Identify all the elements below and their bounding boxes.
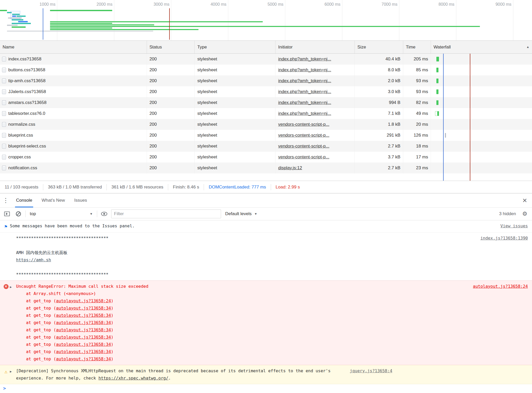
table-row[interactable]: tablesorter.css?6.0200stylesheetindex.ph… <box>0 108 532 119</box>
table-row[interactable]: buttons.css?13658200stylesheetindex.php?… <box>0 65 532 75</box>
stack-source-link[interactable]: autolayout.js?13658:34 <box>56 327 111 332</box>
initiator-link[interactable]: index.php?amh_token=nj... <box>278 67 331 72</box>
console-log-line <box>16 264 476 271</box>
type-cell: stylesheet <box>195 75 275 86</box>
table-row[interactable]: normalize.css200stylesheetvendors-conten… <box>0 119 532 130</box>
table-row[interactable]: amstars.css?13658200stylesheetindex.php?… <box>0 97 532 108</box>
stack-source-link[interactable]: autolayout.js?13658:34 <box>56 306 111 311</box>
column-header-name[interactable]: Name <box>0 41 147 53</box>
time-cell: 23 ms <box>403 163 431 173</box>
live-expression-button[interactable] <box>100 209 109 218</box>
gear-icon[interactable]: ⚙ <box>522 210 527 217</box>
table-row[interactable]: blueprint.css200stylesheetvendors-conten… <box>0 130 532 141</box>
time-cell: 93 ms <box>403 75 431 86</box>
waterfall-cell <box>431 130 532 141</box>
column-header-waterfall[interactable]: Waterfall▲ <box>431 41 532 53</box>
table-row[interactable]: cropper.css200stylesheetvendors-content-… <box>0 152 532 163</box>
hidden-messages-count[interactable]: 3 hidden <box>499 211 516 216</box>
eye-icon <box>101 212 107 216</box>
status-cell: 200 <box>147 65 195 75</box>
time-tick-label: 2000 ms <box>57 0 114 9</box>
initiator-link[interactable]: index.php?amh_token=nj... <box>278 78 331 83</box>
request-name: JJalerts.css?13658 <box>8 86 46 97</box>
table-row[interactable]: tip-amh.css?13658200stylesheetindex.php?… <box>0 75 532 86</box>
spec-link[interactable]: https://xhr.spec.whatwg.org/ <box>98 376 168 381</box>
table-row[interactable]: notification.css200stylesheetdisplay.js:… <box>0 163 532 173</box>
initiator-link[interactable]: index.php?amh_token=nj... <box>278 111 331 116</box>
waterfall-bar <box>436 79 438 83</box>
error-stack: at Array.shift (<anonymous>)at get_top (… <box>16 290 468 363</box>
waterfall-bar <box>436 68 438 72</box>
expand-triangle-icon[interactable]: ▶ <box>10 283 16 291</box>
kebab-menu-icon[interactable]: ⋮ <box>0 193 11 207</box>
table-row[interactable]: blueprint-select.css200stylesheetvendors… <box>0 141 532 152</box>
column-header-size[interactable]: Size <box>355 41 403 53</box>
stack-frame: at get_top (autolayout.js?13658:34) <box>16 312 468 319</box>
initiator-link[interactable]: vendors-content-script-p... <box>278 133 329 138</box>
stack-source-link[interactable]: autolayout.js?13658:24 <box>56 298 111 303</box>
network-overview[interactable]: 1000 ms2000 ms3000 ms4000 ms5000 ms6000 … <box>0 0 532 41</box>
load-event-line <box>470 54 470 181</box>
column-header-type[interactable]: Type <box>195 41 275 53</box>
stack-source-link[interactable]: autolayout.js?13658:34 <box>56 356 111 361</box>
column-header-time[interactable]: Time <box>403 41 431 53</box>
stack-source-link[interactable]: autolayout.js?13658:34 <box>56 313 111 318</box>
expand-triangle-icon[interactable]: ▶ <box>10 367 16 375</box>
waterfall-cell <box>431 119 532 130</box>
status-cell: 200 <box>147 163 195 173</box>
initiator-link[interactable]: index.php?amh_token=nj... <box>278 57 331 61</box>
status-cell: 200 <box>147 141 195 152</box>
tab-what-s-new[interactable]: What's New <box>40 193 66 207</box>
tab-issues[interactable]: Issues <box>73 193 88 207</box>
clear-console-button[interactable] <box>14 209 23 218</box>
stack-frame: at get_top (autolayout.js?13658:34) <box>16 355 468 363</box>
waterfall-bar <box>436 100 438 105</box>
column-header-initiator[interactable]: Initiator <box>275 41 355 53</box>
initiator-link[interactable]: display.js:12 <box>278 165 302 170</box>
warning-source-link[interactable]: jquery.js?13658:4 <box>350 368 392 373</box>
stack-source-link[interactable]: autolayout.js?13658:34 <box>56 320 111 325</box>
initiator-link[interactable]: vendors-content-script-p... <box>278 155 329 159</box>
time-cell: 93 ms <box>403 86 431 97</box>
request-name: notification.css <box>8 163 37 173</box>
initiator-link[interactable]: index.php?amh_token=nj... <box>278 89 331 94</box>
initiator-link[interactable]: vendors-content-script-p... <box>278 144 329 149</box>
error-title: Uncaught RangeError: Maximum call stack … <box>16 283 468 290</box>
time-tick-label: 9000 ms <box>456 0 513 9</box>
stack-source-link[interactable]: autolayout.js?13658:34 <box>56 342 111 347</box>
initiator-link[interactable]: vendors-content-script-p... <box>278 122 329 127</box>
initiator-link[interactable]: index.php?amh_token=nj... <box>278 100 331 105</box>
stack-source-link[interactable]: autolayout.js?13658:34 <box>56 349 111 354</box>
overview-request-bar <box>7 25 18 26</box>
error-source-link[interactable]: autolayout.js?13658:24 <box>473 284 528 289</box>
stack-source-link[interactable]: autolayout.js?13658:34 <box>56 335 111 340</box>
log-source-link[interactable]: index.js?13658:1390 <box>480 236 528 241</box>
console-filter-input[interactable] <box>111 209 221 218</box>
sidebar-split-icon <box>4 212 10 216</box>
javascript-context-selector[interactable]: top ▼ <box>28 211 94 216</box>
time-tick-label: 8000 ms <box>399 0 456 9</box>
table-row[interactable]: index.css?13658200stylesheetindex.php?am… <box>0 54 532 65</box>
clear-console-icon <box>16 211 21 216</box>
console-sidebar-toggle-button[interactable] <box>3 209 11 218</box>
table-row[interactable]: JJalerts.css?13658200stylesheetindex.php… <box>0 86 532 97</box>
close-icon[interactable]: × <box>517 193 532 207</box>
console-prompt[interactable]: > <box>0 384 532 391</box>
view-issues-link[interactable]: View issues <box>500 223 528 228</box>
request-name: blueprint.css <box>8 130 33 141</box>
tab-console[interactable]: Console <box>15 193 33 207</box>
waterfall-cell <box>431 108 532 119</box>
overview-selection[interactable] <box>11 11 20 19</box>
type-cell: stylesheet <box>195 119 275 130</box>
file-icon <box>2 89 6 94</box>
time-cell: 85 ms <box>403 65 431 75</box>
waterfall-cell <box>431 54 532 65</box>
overview-request-bar <box>12 19 23 20</box>
size-cell: 994 B <box>355 97 403 108</box>
summary-item: Load: 2.99 s <box>271 184 305 190</box>
stack-frame: at get_top (autolayout.js?13658:34) <box>16 334 468 341</box>
stack-frame: at get_top (autolayout.js?13658:34) <box>16 348 468 355</box>
console-link[interactable]: https://amh.sh <box>16 257 51 262</box>
log-levels-dropdown[interactable]: Default levels ▼ <box>224 211 259 216</box>
column-header-status[interactable]: Status <box>147 41 195 53</box>
